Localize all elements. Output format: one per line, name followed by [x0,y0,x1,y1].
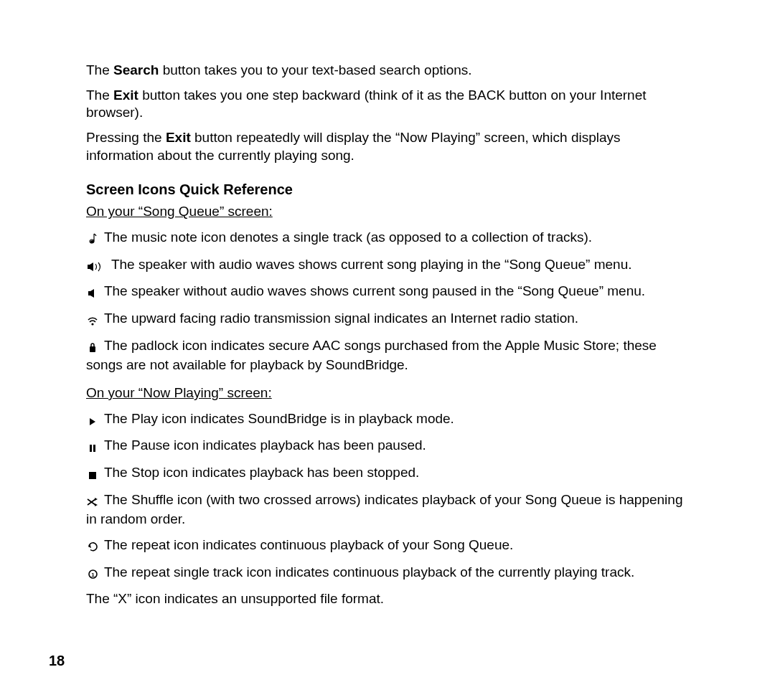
bold-exit: Exit [113,88,138,103]
page-number: 18 [49,651,65,670]
text: The [86,62,113,77]
line-repeat-single: 1 The repeat single track icon indicates… [86,563,689,583]
heading-screen-icons: Screen Icons Quick Reference [86,180,689,199]
line-radio: The upward facing radio transmission sig… [86,309,689,329]
radio-signal-icon [86,311,99,329]
para-exit-nowplaying: Pressing the Exit button repeatedly will… [86,129,689,164]
desc-text: The repeat icon indicates continuous pla… [104,537,513,552]
svg-rect-2 [90,346,95,352]
line-repeat: The repeat icon indicates continuous pla… [86,536,689,556]
desc-text: The upward facing radio transmission sig… [104,311,578,326]
text: The [86,88,113,103]
pause-icon [86,438,99,456]
svg-text:1: 1 [91,571,95,577]
svg-rect-3 [90,445,92,452]
svg-rect-5 [89,472,96,479]
manual-page: The Search button takes you to your text… [0,0,775,700]
music-note-icon [86,230,99,248]
desc-text: The music note icon denotes a single tra… [104,230,592,245]
para-exit-back: The Exit button takes you one step backw… [86,87,689,122]
subhead-now-playing: On your “Now Playing” screen: [86,384,689,402]
padlock-icon [86,338,99,356]
line-play: The Play icon indicates SoundBridge is i… [86,410,689,430]
line-speaker-no-waves: The speaker without audio waves shows cu… [86,282,689,302]
text: button takes you one step backward (thin… [86,88,647,120]
svg-rect-4 [93,445,95,452]
svg-point-1 [91,323,93,325]
desc-text: The Pause icon indicates playback has be… [104,438,426,453]
underline-label: On your “Now Playing” screen: [86,385,272,400]
desc-text: The “X” icon indicates an unsupported fi… [86,591,384,606]
desc-text: The speaker with audio waves shows curre… [111,257,632,272]
desc-text: The Shuffle icon (with two crossed arrow… [86,492,682,527]
desc-text: The padlock icon indicates secure AAC so… [86,338,657,373]
line-music-note: The music note icon denotes a single tra… [86,228,689,248]
speaker-paused-icon [86,283,99,302]
bold-exit: Exit [166,130,191,145]
desc-text: The repeat single track icon indicates c… [104,564,634,580]
desc-text: The Play icon indicates SoundBridge is i… [104,411,454,426]
svg-point-0 [90,240,94,243]
text: Pressing the [86,130,166,145]
shuffle-icon [86,492,99,511]
text: button takes you to your text-based sear… [159,62,471,77]
speaker-playing-icon [86,257,106,275]
line-pause: The Pause icon indicates playback has be… [86,436,689,456]
repeat-single-icon: 1 [86,564,99,583]
desc-text: The Stop icon indicates playback has bee… [104,465,419,480]
para-search: The Search button takes you to your text… [86,62,689,80]
subhead-song-queue: On your “Song Queue” screen: [86,203,689,221]
bold-search: Search [113,62,159,77]
line-shuffle: The Shuffle icon (with two crossed arrow… [86,491,689,529]
line-stop: The Stop icon indicates playback has bee… [86,463,689,483]
line-speaker-waves: The speaker with audio waves shows curre… [86,255,689,275]
repeat-icon [86,537,99,556]
line-unsupported: The “X” icon indicates an unsupported fi… [86,590,689,608]
desc-text: The speaker without audio waves shows cu… [104,283,645,298]
play-icon [86,411,99,430]
stop-icon [86,465,99,483]
underline-label: On your “Song Queue” screen: [86,204,273,219]
line-padlock: The padlock icon indicates secure AAC so… [86,336,689,374]
